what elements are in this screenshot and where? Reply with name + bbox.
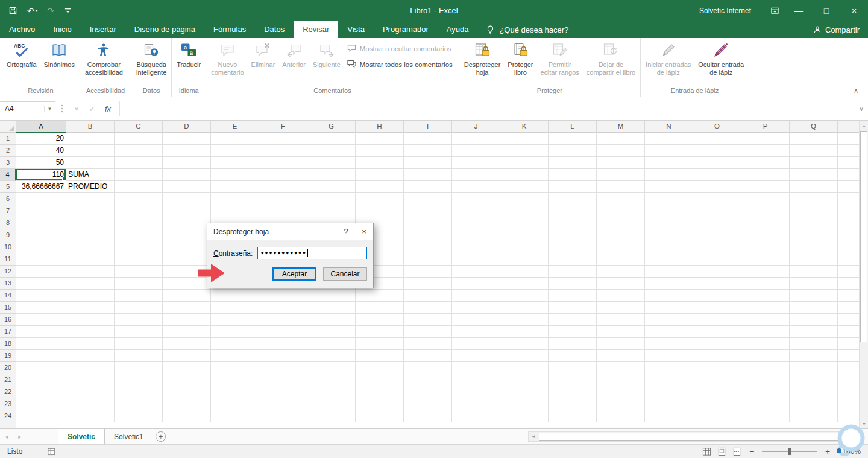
cell-P10[interactable] bbox=[741, 241, 790, 253]
cell-K5[interactable] bbox=[500, 181, 549, 193]
cell-P8[interactable] bbox=[741, 217, 790, 229]
cell-M3[interactable] bbox=[597, 157, 645, 169]
cell-O10[interactable] bbox=[693, 241, 741, 253]
cell-E16[interactable] bbox=[211, 314, 259, 326]
cell-H5[interactable] bbox=[356, 181, 404, 193]
cell-B8[interactable] bbox=[66, 217, 115, 229]
cell-I6[interactable] bbox=[404, 193, 452, 205]
cell-C2[interactable] bbox=[115, 145, 163, 157]
macro-record-button[interactable] bbox=[48, 448, 55, 456]
cell-L17[interactable] bbox=[549, 326, 597, 338]
ribbon-display-options-button[interactable] bbox=[764, 0, 785, 21]
cell-O16[interactable] bbox=[693, 314, 741, 326]
cell-D19[interactable] bbox=[163, 350, 211, 362]
new-sheet-button[interactable]: + bbox=[153, 429, 169, 444]
cell-A12[interactable] bbox=[16, 266, 66, 278]
cell-K10[interactable] bbox=[500, 241, 549, 253]
cell-I3[interactable] bbox=[404, 157, 452, 169]
ribbon-button-dejar-de-compartir-el-libro[interactable]: Dejar de compartir el libro bbox=[583, 38, 639, 86]
cell-N23[interactable] bbox=[645, 398, 693, 410]
cell-L5[interactable] bbox=[549, 181, 597, 193]
column-header-E[interactable]: E bbox=[211, 121, 259, 133]
cell-M7[interactable] bbox=[597, 205, 645, 217]
cell-A8[interactable] bbox=[16, 217, 66, 229]
cell-J16[interactable] bbox=[452, 314, 500, 326]
cell-M1[interactable] bbox=[597, 133, 645, 145]
cell-M14[interactable] bbox=[597, 290, 645, 302]
cell-G19[interactable] bbox=[307, 350, 356, 362]
cell-H16[interactable] bbox=[356, 314, 404, 326]
cell-C20[interactable] bbox=[115, 362, 163, 374]
cell-E5[interactable] bbox=[211, 181, 259, 193]
cell-I18[interactable] bbox=[404, 338, 452, 350]
cell-O19[interactable] bbox=[693, 350, 741, 362]
share-button[interactable]: Compartir bbox=[813, 21, 860, 38]
horizontal-scroll-thumb[interactable] bbox=[539, 433, 848, 441]
cell-G23[interactable] bbox=[307, 398, 356, 410]
cell-E24[interactable] bbox=[211, 410, 259, 422]
cell-J20[interactable] bbox=[452, 362, 500, 374]
cell-F23[interactable] bbox=[259, 398, 307, 410]
redo-button[interactable]: ↷ bbox=[47, 7, 54, 15]
cell-N8[interactable] bbox=[645, 217, 693, 229]
cell-E15[interactable] bbox=[211, 302, 259, 314]
cell-M10[interactable] bbox=[597, 241, 645, 253]
column-header-A[interactable]: A bbox=[16, 121, 66, 133]
dialog-close-button[interactable]: × bbox=[355, 223, 373, 240]
cell-P23[interactable] bbox=[741, 398, 790, 410]
cell-A17[interactable] bbox=[16, 326, 66, 338]
cell-E20[interactable] bbox=[211, 362, 259, 374]
cell-N13[interactable] bbox=[645, 278, 693, 290]
insert-function-button[interactable]: fx bbox=[100, 104, 116, 113]
cell-B10[interactable] bbox=[66, 241, 115, 253]
cell-N2[interactable] bbox=[645, 145, 693, 157]
cell-P11[interactable] bbox=[741, 253, 790, 266]
cell-L10[interactable] bbox=[549, 241, 597, 253]
cell-B9[interactable] bbox=[66, 229, 115, 241]
cell-J10[interactable] bbox=[452, 241, 500, 253]
cell-D8[interactable] bbox=[163, 217, 211, 229]
cell-N10[interactable] bbox=[645, 241, 693, 253]
cell-B15[interactable] bbox=[66, 302, 115, 314]
cell-E3[interactable] bbox=[211, 157, 259, 169]
cell-L3[interactable] bbox=[549, 157, 597, 169]
cell-H20[interactable] bbox=[356, 362, 404, 374]
cell-J5[interactable] bbox=[452, 181, 500, 193]
cell-I17[interactable] bbox=[404, 326, 452, 338]
cell-N5[interactable] bbox=[645, 181, 693, 193]
cell-D17[interactable] bbox=[163, 326, 211, 338]
cell-C24[interactable] bbox=[115, 410, 163, 422]
cell-Q19[interactable] bbox=[790, 350, 838, 362]
ribbon-button-mostrar-u-ocultar-comentarios[interactable]: Mostrar u ocultar comentarios bbox=[347, 43, 453, 54]
cell-K8[interactable] bbox=[500, 217, 549, 229]
cell-Q6[interactable] bbox=[790, 193, 838, 205]
view-page-break-button[interactable] bbox=[732, 447, 741, 456]
cell-C8[interactable] bbox=[115, 217, 163, 229]
cell-J21[interactable] bbox=[452, 374, 500, 386]
cell-B3[interactable] bbox=[66, 157, 115, 169]
cell-D18[interactable] bbox=[163, 338, 211, 350]
cell-G6[interactable] bbox=[307, 193, 356, 205]
cell-M4[interactable] bbox=[597, 169, 645, 181]
row-header-3[interactable]: 3 bbox=[0, 157, 16, 169]
cell-M16[interactable] bbox=[597, 314, 645, 326]
cell-O8[interactable] bbox=[693, 217, 741, 229]
cell-G14[interactable] bbox=[307, 290, 356, 302]
sheet-nav-right-button[interactable]: ► bbox=[13, 429, 27, 444]
cell-B2[interactable] bbox=[66, 145, 115, 157]
row-header-20[interactable]: 20 bbox=[0, 362, 16, 374]
cell-O21[interactable] bbox=[693, 374, 741, 386]
cell-C13[interactable] bbox=[115, 278, 163, 290]
cell-N1[interactable] bbox=[645, 133, 693, 145]
cell-D20[interactable] bbox=[163, 362, 211, 374]
column-header-I[interactable]: I bbox=[404, 121, 452, 133]
name-box[interactable]: A4 ▾ bbox=[0, 101, 55, 116]
cell-A4[interactable]: 110 bbox=[16, 169, 66, 181]
cell-L8[interactable] bbox=[549, 217, 597, 229]
cell-J18[interactable] bbox=[452, 338, 500, 350]
column-header-G[interactable]: G bbox=[307, 121, 356, 133]
cell-D15[interactable] bbox=[163, 302, 211, 314]
cell-J23[interactable] bbox=[452, 398, 500, 410]
cell-M8[interactable] bbox=[597, 217, 645, 229]
cell-O1[interactable] bbox=[693, 133, 741, 145]
